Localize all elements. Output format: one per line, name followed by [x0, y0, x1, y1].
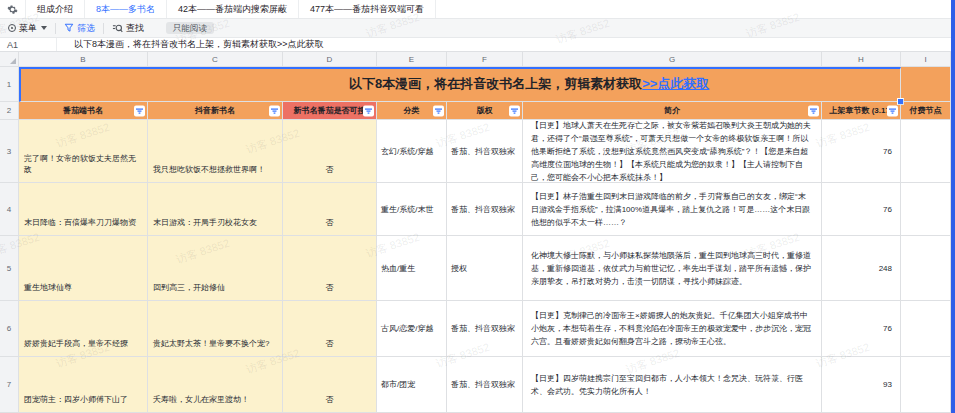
settings-button[interactable] — [0, 0, 26, 18]
filter-icon[interactable] — [363, 105, 374, 116]
cell-I4[interactable] — [901, 183, 951, 236]
column-letter-F[interactable]: F — [447, 52, 523, 67]
row-number-6[interactable]: 6 — [0, 301, 19, 357]
cell-I5[interactable] — [901, 236, 951, 301]
column-letter-I[interactable]: I — [901, 52, 951, 67]
tab-label: 组成介绍 — [37, 3, 73, 16]
cell-B4[interactable]: 末日降临：百倍爆率刀刀爆物资 — [19, 183, 148, 236]
header-label: 抖音新书名 — [195, 105, 235, 116]
column-letter-E[interactable]: E — [377, 52, 447, 67]
row-number-3[interactable]: 3 — [0, 120, 19, 183]
cell-F7[interactable]: 番茄、抖音双独家 — [447, 357, 523, 413]
header-cell-chapter-count[interactable]: 上架章节数 (3.17) — [822, 102, 901, 120]
cell-E3[interactable]: 玄幻/系统/穿越 — [377, 120, 447, 183]
column-letter-D[interactable]: D — [283, 52, 377, 67]
fill-handle[interactable] — [897, 98, 904, 105]
cell-E7[interactable]: 都市/团宠 — [377, 357, 447, 413]
menu-button[interactable]: 菜单 — [8, 22, 47, 35]
cell-G6[interactable]: 【日更】克制律己的冷面帝王×娇媚撩人的炮灰贵妃。千亿集团大小姐穿成书中小炮灰，本… — [523, 301, 822, 357]
column-letter-G[interactable]: G — [523, 52, 822, 67]
cell-F6[interactable]: 番茄、抖音双独家 — [447, 301, 523, 357]
header-label: 简介 — [664, 105, 680, 116]
cell-B7[interactable]: 团宠萌主：四岁小师傅下山了 — [19, 357, 148, 413]
cell-I3[interactable] — [901, 120, 951, 183]
find-button[interactable]: 查找 — [112, 22, 144, 35]
vertical-scrollbar[interactable] — [951, 0, 955, 413]
cell-G7[interactable]: 【日更】四岁萌娃携宗门至宝回归都市，人小本领大！念咒决、玩符箓、行医术、会武功。… — [523, 357, 822, 413]
column-letter-B[interactable]: B — [19, 52, 148, 67]
spreadsheet-grid: B C D E F G H I 1 以下8本漫画，将在抖音改书名上架，剪辑素材获… — [0, 52, 951, 413]
tab-label: 42本——番茄端内搜索屏蔽 — [178, 3, 287, 16]
menu-icon — [8, 24, 16, 32]
cell-C5[interactable]: 回到高三，开始修仙 — [148, 236, 283, 301]
cell-D4[interactable]: 否 — [283, 183, 377, 236]
toolbar-divider — [103, 23, 104, 34]
find-label: 查找 — [126, 22, 144, 35]
row-number-4[interactable]: 4 — [0, 183, 19, 236]
filter-button[interactable]: 筛选 — [64, 22, 95, 35]
filter-icon[interactable] — [134, 105, 145, 116]
cell-H3[interactable]: 76 — [822, 120, 901, 183]
filter-icon[interactable] — [433, 105, 444, 116]
cell-I7[interactable] — [901, 357, 951, 413]
cell-B5[interactable]: 重生地球仙尊 — [19, 236, 148, 301]
cell-G3[interactable]: 【日更】地球人萧天在生死存亡之际，被女帝紫若嫣召唤到大炎王朝成为她的夫君，还得了… — [523, 120, 822, 183]
cell-D6[interactable]: 否 — [283, 301, 377, 357]
cell-H4[interactable]: 76 — [822, 183, 901, 236]
cell-C4[interactable]: 末日游戏：开局手刃校花女友 — [148, 183, 283, 236]
cell-F4[interactable]: 番茄、抖音双独家 — [447, 183, 523, 236]
cell-D3[interactable]: 否 — [283, 120, 377, 183]
chevron-down-icon — [41, 26, 47, 30]
row-number-5[interactable]: 5 — [0, 236, 19, 301]
cell-F3[interactable]: 番茄、抖音双独家 — [447, 120, 523, 183]
tab-8-books-multi-title[interactable]: 8本——多书名 — [85, 0, 167, 18]
cell-D5[interactable]: 否 — [283, 236, 377, 301]
column-letter-C[interactable]: C — [148, 52, 283, 67]
cell-E5[interactable]: 热血/重生 — [377, 236, 447, 301]
header-cell-douyin-title[interactable]: 抖音新书名 — [148, 102, 283, 120]
cell-I1[interactable] — [901, 67, 951, 102]
header-cell-tomato-title[interactable]: 番茄端书名 — [19, 102, 148, 120]
formula-input[interactable]: 以下8本漫画，将在抖音改书名上架，剪辑素材获取>>点此获取 — [57, 38, 951, 51]
cell-H7[interactable]: 93 — [822, 357, 901, 413]
cell-G4[interactable]: 【日更】林子浩重生回到末日游戏降临的前夕，手刃背叛自己的女友，绑定“末日游戏金手… — [523, 183, 822, 236]
header-cell-searchable[interactable]: 新书名番茄是否可搜 — [283, 102, 377, 120]
banner-cell[interactable]: 以下8本漫画，将在抖音改书名上架，剪辑素材获取>>点此获取 — [19, 67, 901, 102]
header-cell-copyright[interactable]: 版权 — [447, 102, 523, 120]
header-cell-synopsis[interactable]: 简介 — [523, 102, 822, 120]
cell-E4[interactable]: 重生/系统/末世 — [377, 183, 447, 236]
select-all-corner[interactable] — [0, 52, 19, 67]
readonly-badge: 只能阅读 — [166, 22, 214, 35]
menu-label: 菜单 — [19, 22, 37, 35]
header-cell-category[interactable]: 分类 — [377, 102, 447, 120]
cell-C3[interactable]: 我只想吃软饭不想拯救世界啊！ — [148, 120, 283, 183]
cell-B3[interactable]: 完了啊！女帝的软饭丈夫居然无敌 — [19, 120, 148, 183]
tab-477-books[interactable]: 477本——番茄抖音双端可看 — [299, 0, 436, 18]
header-cell-paywall-point[interactable]: 付费节点 — [901, 102, 951, 120]
filter-icon[interactable] — [887, 105, 898, 116]
cell-E6[interactable]: 古风/恋爱/穿越 — [377, 301, 447, 357]
cell-C7[interactable]: 夭寿啦，女儿在家里渡劫！ — [148, 357, 283, 413]
cell-D7[interactable]: 否 — [283, 357, 377, 413]
filter-icon[interactable] — [808, 105, 819, 116]
header-label: 分类 — [404, 105, 420, 116]
banner-link[interactable]: >>点此获取 — [642, 75, 709, 93]
cell-F5[interactable]: 授权 — [447, 236, 523, 301]
cell-C6[interactable]: 贵妃太野太茶！皇帝要不换个宠? — [148, 301, 283, 357]
tab-label: 477本——番茄抖音双端可看 — [310, 3, 424, 16]
cell-H5[interactable]: 248 — [822, 236, 901, 301]
cell-I6[interactable] — [901, 301, 951, 357]
cell-reference-box[interactable]: A1 — [0, 38, 57, 51]
tab-composition-intro[interactable]: 组成介绍 — [26, 0, 85, 18]
row-number-1[interactable]: 1 — [0, 67, 19, 102]
tab-42-books[interactable]: 42本——番茄端内搜索屏蔽 — [167, 0, 299, 18]
cell-G5[interactable]: 化神境大修士陈默，与小师妹私探禁地陨落后，重生回到地球高三时代，重修道基，重新修… — [523, 236, 822, 301]
cell-B6[interactable]: 娇娇贵妃手段高，皇帝不经撩 — [19, 301, 148, 357]
row-number-2[interactable]: 2 — [0, 102, 19, 120]
filter-icon[interactable] — [269, 105, 280, 116]
filter-icon[interactable] — [509, 105, 520, 116]
row-number-7[interactable]: 7 — [0, 357, 19, 413]
gear-icon — [7, 4, 18, 15]
cell-H6[interactable]: 76 — [822, 301, 901, 357]
column-letter-H[interactable]: H — [822, 52, 901, 67]
